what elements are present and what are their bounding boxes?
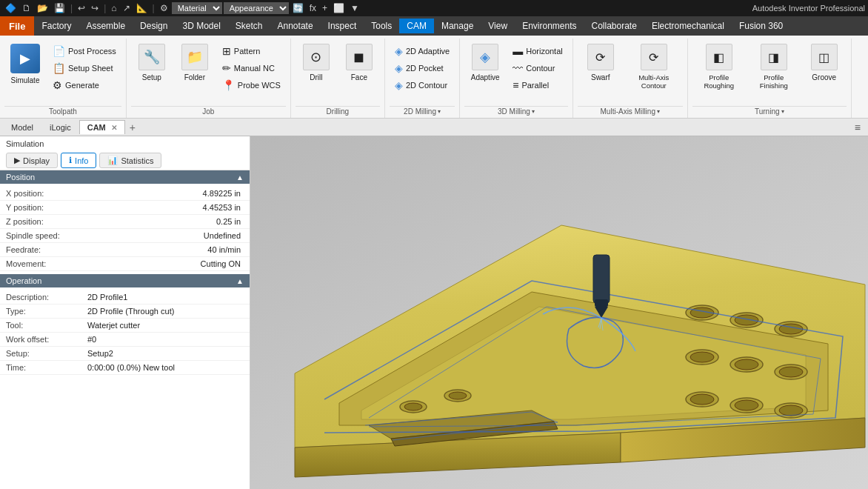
2d-pocket-label: 2D Pocket [406,64,444,73]
job-small-btns: ⊞ Pattern ✏ Manual NC 📍 Probe WCS [217,40,286,93]
svg-point-25 [404,403,422,410]
menu-view[interactable]: View [481,19,515,33]
redo-btn[interactable]: ↪ [89,2,101,14]
menu-sketch[interactable]: Sketch [228,19,270,33]
setup-sheet-btn[interactable]: 📋 Setup Sheet [47,60,121,76]
adaptive-btn[interactable]: ◈ Adaptive [464,40,506,96]
info-tab[interactable]: ℹ Info [61,153,96,168]
svg-point-27 [449,392,467,399]
tab-menu-btn[interactable]: ≡ [850,120,865,135]
contour-btn[interactable]: 〰 Contour [507,60,568,76]
spindle-speed-row: Spindle speed: Undefined [0,229,250,243]
menu-collaborate[interactable]: Collaborate [584,19,644,33]
y-position-row: Y position: 4.45253 in [0,201,250,215]
more-btn[interactable]: + [320,2,330,14]
pattern-label: Pattern [234,47,260,56]
3d-milling-small-btns: ▬ Horizontal 〰 Contour ≡ Parallel [507,40,568,93]
groove-btn[interactable]: ◫ Groove [802,40,847,96]
tab-ilogic[interactable]: iLogic [41,120,79,134]
open-btn[interactable]: 📂 [35,2,50,14]
file-menu[interactable]: File [0,16,34,36]
menu-fusion360[interactable]: Fusion 360 [732,19,790,33]
drill-icon: ⊙ [303,44,330,70]
tool-value: Waterjet cutter [87,321,244,330]
x-position-row: X position: 4.89225 in [0,187,250,201]
ribbon-group-2d-milling: ◈ 2D Adaptive ◈ 2D Pocket ◈ 2D Contour 2… [385,39,460,118]
pattern-btn[interactable]: ⊞ Pattern [217,43,286,59]
profile-finishing-btn[interactable]: ◨ Profile Finishing [747,40,801,96]
face-label: Face [351,73,367,82]
setup-btn[interactable]: 🔧 Setup [131,40,173,96]
post-process-btn[interactable]: 📄 Post Process [47,43,121,59]
export-btn[interactable]: ↗ [121,2,133,14]
new-btn[interactable]: 🗋 [20,2,33,14]
menu-assemble[interactable]: Assemble [79,19,133,33]
x-position-label: X position: [6,189,87,198]
job-label: Job [131,106,286,116]
parallel-btn[interactable]: ≡ Parallel [507,77,568,93]
setup-row-value: Setup2 [87,349,244,358]
2d-contour-btn[interactable]: ◈ 2D Contour [390,77,455,93]
menu-3dmodel[interactable]: 3D Model [175,19,227,33]
work-offset-row: Work offset: #0 [0,333,250,347]
menu-inspect[interactable]: Inspect [321,19,364,33]
svg-point-21 [735,400,758,410]
face-btn[interactable]: ◼ Face [338,40,380,96]
material-dropdown[interactable]: Material [172,2,222,14]
multiaxis-contour-btn[interactable]: ⟳ Multi-Axis Contour [625,40,683,96]
drill-label: Drill [310,73,322,82]
viewport[interactable] [250,136,868,489]
display-tab-label: Display [23,156,50,165]
cad-viewport-svg [250,136,868,489]
statistics-tab[interactable]: 📊 Statistics [99,153,161,168]
display-tab-icon: ▶ [14,156,20,165]
refresh-btn[interactable]: 🔄 [290,2,306,14]
settings-btn[interactable]: ⚙ [158,2,170,14]
menu-manage[interactable]: Manage [434,19,481,33]
tab-model[interactable]: Model [3,120,41,134]
more2-btn[interactable]: ⬜ [331,2,347,14]
horizontal-btn[interactable]: ▬ Horizontal [507,43,568,59]
quick-access-bar: 🔷 🗋 📂 💾 | ↩ ↪ | ⌂ ↗ 📐 | ⚙ Material Appea… [0,0,868,16]
menu-tools[interactable]: Tools [364,19,399,33]
spindle-speed-label: Spindle speed: [6,231,87,240]
drill-btn[interactable]: ⊙ Drill [296,40,337,96]
save-btn[interactable]: 💾 [52,2,67,14]
home-btn[interactable]: ⌂ [109,2,118,14]
tab-add-btn[interactable]: + [125,120,140,135]
info-tab-icon: ℹ [69,156,72,165]
profile-roughing-btn[interactable]: ◧ Profile Roughing [692,40,746,96]
manual-nc-btn[interactable]: ✏ Manual NC [217,60,286,76]
folder-btn[interactable]: 📁 Folder [174,40,216,96]
probe-wcs-btn[interactable]: 📍 Probe WCS [217,77,286,93]
menu-cam[interactable]: CAM [399,19,434,33]
operation-collapse-btn[interactable]: ▲ [236,277,244,285]
formula-btn[interactable]: fx [307,2,318,14]
tab-cam[interactable]: CAM ✕ [79,120,125,134]
menu-annotate[interactable]: Annotate [270,19,321,33]
appearance-dropdown[interactable]: Appearance [224,2,289,14]
position-collapse-btn[interactable]: ▲ [236,173,244,182]
generate-label: Generate [65,81,99,90]
setup-row: Setup: Setup2 [0,347,250,361]
2d-pocket-btn[interactable]: ◈ 2D Pocket [390,60,455,76]
simulate-icon: ▶ [10,44,40,73]
menu-environments[interactable]: Environments [515,19,584,33]
title-text: Autodesk Inventor Professional [752,4,865,13]
time-label: Time: [6,363,87,372]
menu-electromechanical[interactable]: Electromechanical [644,19,732,33]
2d-adaptive-btn[interactable]: ◈ 2D Adaptive [390,43,455,59]
dropdown-btn[interactable]: ▼ [348,2,361,14]
display-tab[interactable]: ▶ Display [6,153,58,168]
setup-sheet-icon: 📋 [53,62,65,74]
undo-btn[interactable]: ↩ [76,2,87,14]
measure-btn[interactable]: 📐 [134,2,150,14]
spindle-speed-value: Undefined [87,231,244,240]
multiaxis-label: Multi-Axis Milling▾ [578,106,683,116]
menu-factory[interactable]: Factory [34,19,79,33]
tab-cam-close[interactable]: ✕ [111,124,117,132]
simulate-btn[interactable]: ▶ Simulate [4,40,46,96]
menu-design[interactable]: Design [133,19,175,33]
swarf-btn[interactable]: ⟳ Swarf [578,40,624,96]
generate-btn[interactable]: ⚙ Generate [47,77,121,93]
